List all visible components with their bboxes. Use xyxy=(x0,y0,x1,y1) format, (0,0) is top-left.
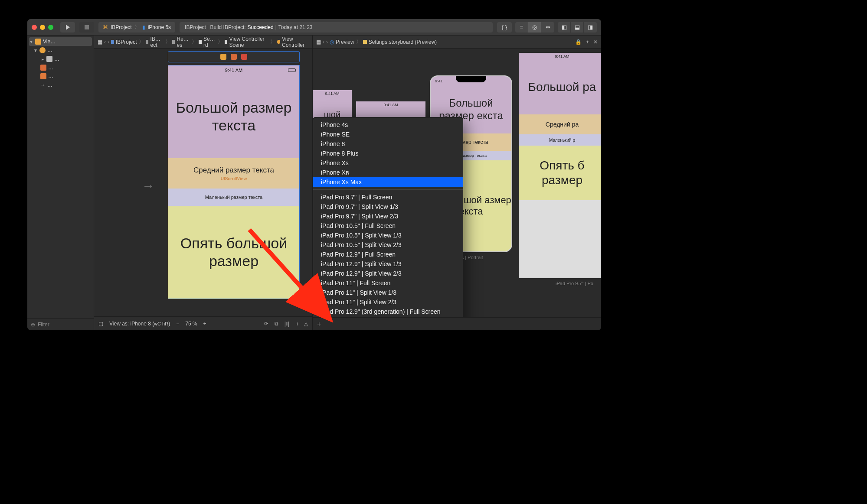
device-menu-item[interactable]: iPhone Xs Max xyxy=(313,177,463,187)
device-menu-item[interactable]: iPad Pro 12.9" | Full Screen xyxy=(313,250,463,259)
code-review-button[interactable]: { } xyxy=(497,22,512,33)
label-big-1[interactable]: Большой размер текста xyxy=(168,75,299,158)
panel-bottom-icon: ⬓ xyxy=(575,24,580,30)
device-menu-item[interactable]: iPad Pro 9.7" | Full Screen xyxy=(313,192,463,202)
device-picker-menu[interactable]: iPhone 4siPhone SEiPhone 8iPhone 8 Plusi… xyxy=(313,117,463,317)
crumb-preview[interactable]: Preview xyxy=(336,39,354,45)
toggle-debug-button[interactable]: ⬓ xyxy=(571,22,584,33)
device-menu-item[interactable]: iPad Pro 10.5" | Split View 2/3 xyxy=(313,240,463,250)
add-editor-button[interactable]: + xyxy=(586,39,589,45)
resolve-button[interactable]: △ xyxy=(304,321,308,327)
status-time: 9:41 AM xyxy=(325,91,339,96)
device-menu-item[interactable]: iPhone 4s xyxy=(313,120,463,130)
arrow-right-icon: → xyxy=(40,82,46,88)
disclosure-icon[interactable]: ▼ xyxy=(29,39,33,44)
viewcontroller-handle-icon[interactable] xyxy=(220,54,226,60)
device-menu-item[interactable]: iPad Pro 10.5" | Full Screen xyxy=(313,221,463,231)
zoom-level[interactable]: 75 % xyxy=(185,321,197,327)
device-menu-item[interactable]: iPhone 8 Plus xyxy=(313,149,463,158)
device-menu-item[interactable]: iPad Pro 11" | Full Screen xyxy=(313,278,463,288)
scheme-selector[interactable]: ⌘ IBProject 〉 ▮ iPhone 5s xyxy=(98,22,175,33)
ib-editor: ▦ ‹ › IBProject〉 IB…ect〉 Re…es〉 Se…rd〉 V… xyxy=(94,36,313,330)
device-menu-item[interactable]: iPad Pro 12.9" (3rd generation) | Split … xyxy=(313,316,463,317)
forward-button[interactable]: › xyxy=(108,39,109,45)
forward-button[interactable]: › xyxy=(326,39,328,45)
device-menu-item[interactable]: iPhone Xʀ xyxy=(313,168,463,177)
editor-breadcrumbs[interactable]: ▦ ‹ › IBProject〉 IB…ect〉 Re…es〉 Se…rd〉 V… xyxy=(94,36,312,49)
crumb[interactable]: Se…rd xyxy=(203,36,216,48)
standard-editor-button[interactable]: ≡ xyxy=(515,22,528,33)
toggle-navigator-button[interactable]: ◧ xyxy=(558,22,571,33)
back-button[interactable]: ‹ xyxy=(323,39,324,45)
nav-item[interactable]: … xyxy=(29,72,92,81)
device-menu-item[interactable]: iPad Pro 12.9" (3rd generation) | Full S… xyxy=(313,307,463,316)
lock-icon[interactable]: 🔒 xyxy=(575,39,582,45)
device-menu-item[interactable]: iPad Pro 11" | Split View 1/3 xyxy=(313,288,463,297)
update-frames-button[interactable]: ⟳ xyxy=(264,321,268,327)
zoom-window-button[interactable] xyxy=(48,25,53,30)
device-menu-item[interactable]: iPad Pro 10.5" | Split View 1/3 xyxy=(313,231,463,240)
view-as-button[interactable]: View as: iPhone 8 (wC hR) xyxy=(109,321,170,327)
status-bar: 9:41 AM xyxy=(313,90,352,97)
ib-device-frame[interactable]: 9:41 AM Большой размер текста Средний ра… xyxy=(168,65,300,299)
crumb[interactable]: View Controller xyxy=(282,36,309,48)
preview-breadcrumbs[interactable]: ▦ ‹ › ◎ Preview 〉 Settings.storyboard (P… xyxy=(313,36,601,49)
navigator-filter[interactable]: ⊜ Filter xyxy=(27,318,94,330)
exit-handle-icon[interactable] xyxy=(241,54,247,60)
nav-item[interactable]: … xyxy=(29,63,92,72)
crumb[interactable]: IBProject xyxy=(116,39,137,45)
close-window-button[interactable] xyxy=(32,25,37,30)
label-text: Опять большой размер xyxy=(168,234,299,270)
back-button[interactable]: ‹ xyxy=(104,39,106,45)
device-menu-item[interactable]: iPhone 8 xyxy=(313,139,463,149)
crumb[interactable]: View Controller Scene xyxy=(229,36,268,48)
label-small[interactable]: Маленький размер текста xyxy=(168,189,299,206)
disclosure-icon[interactable]: ▸ xyxy=(40,57,45,62)
device-menu-item[interactable]: iPad Pro 12.9" | Split View 2/3 xyxy=(313,269,463,278)
device-menu-item[interactable]: iPhone Xs xyxy=(313,158,463,168)
device-menu-item[interactable]: iPhone SE xyxy=(313,130,463,139)
version-editor-button[interactable]: ⇔ xyxy=(541,22,554,33)
stop-button[interactable] xyxy=(79,22,94,33)
crumb-file[interactable]: Settings.storyboard (Preview) xyxy=(369,39,437,45)
label-text: Маленький размер текста xyxy=(205,195,262,200)
zoom-out-button[interactable]: − xyxy=(176,321,179,327)
storyboard-icon xyxy=(199,40,202,44)
label-big-2[interactable]: Опять большой размер xyxy=(168,206,299,299)
crumb[interactable]: IB…ect xyxy=(150,36,163,48)
align-button[interactable]: |⫴| xyxy=(285,321,289,327)
disclosure-icon[interactable]: ▼ xyxy=(33,48,38,53)
scene-header[interactable] xyxy=(168,51,300,62)
nav-item-root[interactable]: ▼ Vie… xyxy=(29,37,92,46)
toggle-inspector-button[interactable]: ◨ xyxy=(584,22,597,33)
nav-item[interactable]: ▼ … xyxy=(29,46,92,55)
related-items-icon[interactable]: ▦ xyxy=(316,39,321,45)
outline-toggle-icon[interactable]: ▢ xyxy=(98,321,103,327)
assistant-editor-button[interactable]: ◎ xyxy=(528,22,541,33)
pin-button[interactable]: ⫞ xyxy=(295,321,298,327)
ib-canvas[interactable]: → 9:41 AM Большой размер текста Средний … xyxy=(94,49,312,316)
activity-status: IBProject | Build IBProject: Succeeded |… xyxy=(180,22,493,33)
preview-device-ipad[interactable]: 9:41 AM Большой ра Средний ра Маленький … xyxy=(519,53,601,278)
zoom-in-button[interactable]: + xyxy=(203,321,206,327)
nav-item[interactable]: → … xyxy=(29,81,92,89)
device-menu-item[interactable]: iPad Pro 9.7" | Split View 1/3 xyxy=(313,202,463,211)
preview-canvas[interactable]: 9:41 AM шой 9:41 AM Большой 9:41 Большой… xyxy=(313,49,601,317)
related-items-icon[interactable]: ▦ xyxy=(98,39,102,45)
label-text: Маленький р xyxy=(549,138,575,143)
run-button[interactable] xyxy=(60,22,75,33)
label-medium[interactable]: Средний размер текста UIScrollView xyxy=(168,158,299,189)
embed-button[interactable]: ⧉ xyxy=(275,321,278,327)
status-bar: 9:41 xyxy=(431,76,511,86)
nav-item[interactable]: ▸ … xyxy=(29,55,92,63)
minimize-window-button[interactable] xyxy=(40,25,45,30)
crumb[interactable]: Re…es xyxy=(177,36,190,48)
device-menu-item[interactable]: iPad Pro 11" | Split View 2/3 xyxy=(313,297,463,307)
first-responder-handle-icon[interactable] xyxy=(231,54,237,60)
navigator-tree[interactable]: ▼ Vie… ▼ … ▸ … … xyxy=(27,36,94,318)
device-menu-item[interactable]: iPad Pro 12.9" | Split View 1/3 xyxy=(313,259,463,269)
device-menu-item[interactable]: iPad Pro 9.7" | Split View 2/3 xyxy=(313,211,463,221)
nav-label: … xyxy=(47,47,52,53)
close-editor-button[interactable]: ✕ xyxy=(593,39,598,45)
add-device-button[interactable]: + xyxy=(317,320,321,328)
